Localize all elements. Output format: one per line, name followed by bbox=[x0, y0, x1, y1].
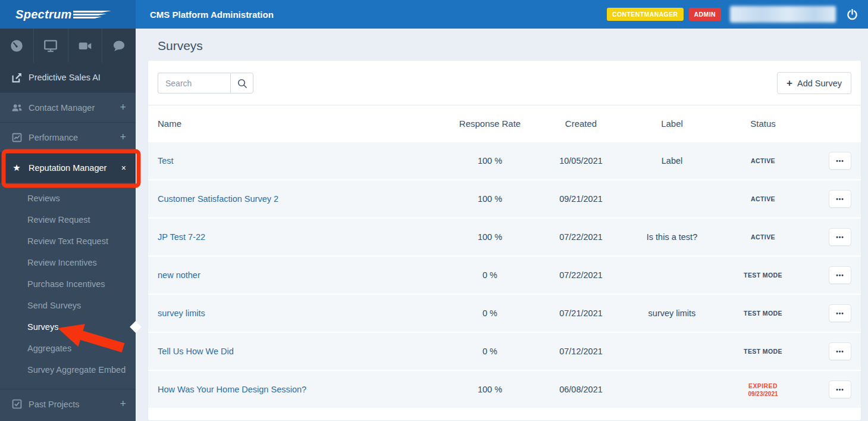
row-actions: ••• bbox=[809, 304, 851, 322]
top-bar-main: CMS Platform Administration CONTENTMANAG… bbox=[136, 0, 868, 29]
ellipsis-icon: ••• bbox=[836, 310, 844, 317]
survey-name-link[interactable]: JP Test 7-22 bbox=[158, 232, 444, 242]
sidebar-item-review-text-request[interactable]: Review Text Request bbox=[0, 230, 136, 252]
row-actions: ••• bbox=[809, 266, 851, 284]
plus-icon: + bbox=[786, 78, 792, 88]
gauge-icon[interactable] bbox=[0, 29, 34, 63]
ellipsis-icon: ••• bbox=[836, 272, 844, 279]
row-menu-button[interactable]: ••• bbox=[829, 381, 851, 398]
add-survey-button[interactable]: + Add Survey bbox=[777, 72, 851, 94]
logo-area: Spectrum bbox=[0, 0, 136, 29]
sidebar-item-label: Review Request bbox=[27, 215, 90, 224]
status-badge: ACTIVE bbox=[751, 195, 775, 202]
chart-line-icon bbox=[11, 133, 23, 142]
created-date: 07/21/2021 bbox=[535, 308, 626, 318]
collapse-x-icon[interactable]: × bbox=[121, 163, 126, 173]
sidebar-item-survey-aggregate-embed[interactable]: Survey Aggregate Embed bbox=[0, 359, 136, 381]
search-button[interactable] bbox=[230, 73, 253, 93]
users-icon bbox=[11, 103, 23, 113]
survey-name-link[interactable]: How Was Your Home Design Session? bbox=[158, 385, 444, 394]
expand-plus-icon[interactable]: + bbox=[120, 101, 126, 114]
row-menu-button[interactable]: ••• bbox=[829, 304, 851, 322]
sidebar-item-label: Aggregates bbox=[27, 344, 71, 353]
sidebar-item-performance[interactable]: Performance + bbox=[0, 122, 136, 152]
status-badge: TEST MODE bbox=[744, 348, 782, 355]
video-camera-icon[interactable] bbox=[68, 29, 102, 63]
power-icon bbox=[846, 8, 858, 21]
check-square-icon bbox=[11, 399, 23, 409]
column-header-created[interactable]: Created bbox=[535, 118, 626, 129]
monitor-icon[interactable] bbox=[34, 29, 68, 63]
column-header-response-rate[interactable]: Response Rate bbox=[444, 118, 535, 129]
sidebar-item-label: Reviews bbox=[27, 194, 60, 203]
expand-plus-icon[interactable]: + bbox=[120, 131, 126, 144]
spectrum-logo: Spectrum bbox=[15, 8, 72, 21]
admin-badge: ADMIN bbox=[689, 8, 721, 21]
sidebar-item-label: Contact Manager bbox=[29, 103, 95, 113]
row-menu-button[interactable]: ••• bbox=[829, 266, 851, 284]
sidebar-item-purchase-incentives[interactable]: Purchase Incentives bbox=[0, 273, 136, 295]
status-cell: EXPIRED 09/23/2021 bbox=[717, 382, 809, 397]
search-input[interactable] bbox=[158, 73, 230, 93]
created-date: 07/22/2021 bbox=[535, 232, 626, 242]
sidebar-item-reputation-manager[interactable]: ★ Reputation Manager × bbox=[0, 152, 136, 183]
response-rate-value: 0 % bbox=[444, 347, 535, 356]
redacted-username bbox=[730, 6, 836, 23]
row-menu-button[interactable]: ••• bbox=[829, 342, 851, 360]
survey-name-link[interactable]: Tell Us How We Did bbox=[158, 347, 444, 356]
sidebar-item-label: Purchase Incentives bbox=[27, 279, 105, 289]
survey-name-link[interactable]: new nother bbox=[158, 270, 444, 280]
created-date: 07/12/2021 bbox=[535, 347, 626, 356]
chat-bubble-icon[interactable] bbox=[102, 29, 136, 63]
column-header-label[interactable]: Label bbox=[626, 118, 717, 129]
sidebar-item-review-request[interactable]: Review Request bbox=[0, 209, 136, 230]
survey-name-link[interactable]: Customer Satisfaction Survey 2 bbox=[158, 194, 444, 204]
sidebar-item-past-projects[interactable]: Past Projects + bbox=[0, 389, 136, 419]
sidebar: Predictive Sales AI Contact Manager + Pe… bbox=[0, 29, 136, 421]
column-header-name[interactable]: Name bbox=[158, 118, 444, 129]
sidebar-item-label: Survey Aggregate Embed bbox=[27, 365, 126, 375]
row-menu-button[interactable]: ••• bbox=[829, 228, 851, 246]
ellipsis-icon: ••• bbox=[836, 196, 844, 202]
sidebar-item-contact-manager[interactable]: Contact Manager + bbox=[0, 92, 136, 122]
sidebar-item-surveys[interactable]: Surveys bbox=[0, 316, 136, 338]
response-rate-value: 100 % bbox=[444, 156, 535, 166]
row-menu-button[interactable]: ••• bbox=[829, 190, 851, 208]
sidebar-item-label: Surveys bbox=[27, 322, 58, 332]
sidebar-item-label: Predictive Sales AI bbox=[29, 73, 101, 82]
sidebar-item-reviews[interactable]: Reviews bbox=[0, 188, 136, 209]
created-date: 06/08/2021 bbox=[535, 385, 626, 394]
logout-power-button[interactable] bbox=[845, 7, 860, 22]
status-cell: ACTIVE bbox=[717, 157, 809, 164]
response-rate-value: 100 % bbox=[444, 194, 535, 204]
row-actions: ••• bbox=[809, 342, 851, 360]
status-badge: TEST MODE bbox=[744, 272, 782, 279]
sidebar-item-label: Send Surveys bbox=[27, 301, 81, 310]
row-menu-button[interactable]: ••• bbox=[829, 152, 851, 170]
sidebar-item-send-surveys[interactable]: Send Surveys bbox=[0, 295, 136, 316]
sidebar-item-label: Performance bbox=[29, 133, 78, 142]
status-cell: TEST MODE bbox=[717, 310, 809, 317]
sidebar-item-review-incentives[interactable]: Review Incentives bbox=[0, 252, 136, 273]
survey-name-link[interactable]: survey limits bbox=[158, 308, 444, 318]
ellipsis-icon: ••• bbox=[836, 158, 844, 164]
response-rate-value: 100 % bbox=[444, 232, 535, 242]
status-cell: ACTIVE bbox=[717, 195, 809, 202]
survey-label: Label bbox=[626, 156, 717, 166]
ellipsis-icon: ••• bbox=[836, 234, 844, 241]
status-cell: TEST MODE bbox=[717, 348, 809, 355]
sidebar-item-aggregates[interactable]: Aggregates bbox=[0, 338, 136, 359]
surveys-card: + Add Survey Name Response Rate Created … bbox=[148, 61, 861, 420]
table-row: Test 100 % 10/05/2021 Label ACTIVE ••• bbox=[148, 141, 861, 179]
app-title: CMS Platform Administration bbox=[150, 10, 274, 20]
sidebar-item-predictive-sales-ai[interactable]: Predictive Sales AI bbox=[0, 63, 136, 92]
column-header-status[interactable]: Status bbox=[717, 118, 809, 129]
status-expiry-date: 09/23/2021 bbox=[748, 391, 778, 397]
expand-plus-icon[interactable]: + bbox=[120, 398, 126, 410]
table-row: survey limits 0 % 07/21/2021 survey limi… bbox=[148, 294, 861, 332]
table-row: Customer Satisfaction Survey 2 100 % 09/… bbox=[148, 179, 861, 217]
table-row: JP Test 7-22 100 % 07/22/2021 Is this a … bbox=[148, 217, 861, 255]
survey-name-link[interactable]: Test bbox=[158, 156, 444, 166]
status-badge: ACTIVE bbox=[751, 233, 775, 241]
main-content: Surveys + Add Survey Name Response Rate … bbox=[136, 29, 868, 421]
